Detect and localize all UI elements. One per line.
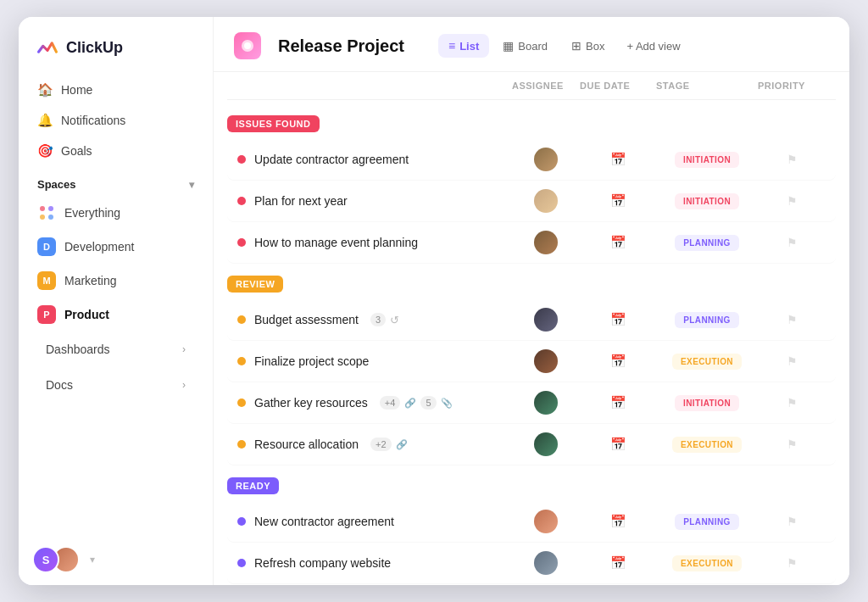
avatar (534, 148, 558, 171)
table-row[interactable]: How to manage event planning 📅 PLANNING … (227, 222, 836, 264)
table-row[interactable]: Refresh company website 📅 EXECUTION ⚑ (227, 543, 836, 584)
due-date-cell: 📅 (580, 152, 656, 167)
svg-point-0 (40, 206, 45, 211)
priority-icon: ⚑ (787, 438, 798, 451)
badge-issues-found: ISSUES FOUND (227, 115, 320, 132)
tab-board[interactable]: ▦ Board (492, 34, 558, 58)
refresh-icon: ↺ (390, 314, 399, 326)
sidebar-item-notifications[interactable]: 🔔 Notifications (27, 105, 204, 136)
task-meta: +2 🔗 (370, 438, 408, 451)
sidebar-item-everything-label: Everything (64, 206, 120, 220)
spaces-chevron-icon: ▾ (189, 179, 194, 191)
stage-badge: INITIATION (675, 395, 739, 411)
dot-yellow-icon (237, 440, 246, 449)
col-priority: PRIORITY (758, 81, 826, 91)
task-table: ASSIGNEE DUE DATE STAGE PRIORITY ISSUES … (214, 72, 849, 585)
tab-box[interactable]: ⊞ Box (561, 34, 615, 58)
spaces-header[interactable]: Spaces ▾ (19, 166, 213, 196)
col-duedate: DUE DATE (580, 81, 656, 91)
sidebar-item-product[interactable]: P Product (27, 298, 204, 331)
stage-badge: PLANNING (675, 312, 738, 328)
meta-count: 3 (370, 313, 386, 326)
sidebar-item-goals-label: Goals (61, 144, 92, 158)
task-name-cell: Gather key resources +4 🔗 5 📎 (237, 396, 512, 410)
table-row[interactable]: Finalize project scope 📅 EXECUTION ⚑ (227, 341, 836, 382)
task-name: Refresh company website (254, 556, 391, 570)
dot-purple-icon (237, 559, 246, 567)
stage-cell: INITIATION (656, 193, 758, 209)
priority-cell: ⚑ (758, 515, 826, 528)
tab-list[interactable]: ≡ List (438, 34, 489, 58)
everything-icon (37, 203, 56, 222)
add-view-button[interactable]: + Add view (618, 35, 688, 58)
avatar (534, 551, 558, 575)
paperclip2-icon: 📎 (441, 398, 453, 409)
sidebar-item-marketing-label: Marketing (64, 274, 116, 287)
priority-cell: ⚑ (758, 396, 826, 410)
table-header: ASSIGNEE DUE DATE STAGE PRIORITY (227, 72, 836, 100)
box-icon: ⊞ (571, 39, 581, 53)
dot-red-icon (237, 155, 246, 164)
avatar (534, 308, 558, 332)
stage-cell: PLANNING (656, 514, 758, 530)
meta-count: +4 (380, 396, 401, 410)
section-issues-found: ISSUES FOUND (227, 103, 836, 139)
priority-icon: ⚑ (787, 515, 798, 528)
assignee-cell (512, 349, 580, 373)
task-name: Update contractor agreement (254, 153, 409, 166)
task-name-cell: Finalize project scope (237, 354, 512, 368)
project-icon (234, 32, 261, 59)
task-name-cell: New contractor agreement (237, 515, 512, 528)
sidebar-item-everything[interactable]: Everything (27, 197, 204, 229)
priority-cell: ⚑ (758, 153, 826, 166)
sidebar-item-goals[interactable]: 🎯 Goals (27, 136, 204, 166)
due-date-cell: 📅 (580, 514, 656, 529)
table-row[interactable]: Resource allocation +2 🔗 📅 EXECUTION ⚑ (227, 424, 836, 465)
table-row[interactable]: Gather key resources +4 🔗 5 📎 📅 INITIATI… (227, 382, 836, 424)
calendar-icon: 📅 (610, 354, 626, 369)
sidebar-item-notifications-label: Notifications (61, 114, 125, 127)
main-content: Release Project ≡ List ▦ Board ⊞ Box + A… (214, 17, 849, 585)
priority-icon: ⚑ (787, 236, 798, 249)
priority-cell: ⚑ (758, 236, 826, 249)
user-avatars[interactable]: S (32, 546, 80, 573)
avatar (534, 231, 558, 254)
app-container: ClickUp 🏠 Home 🔔 Notifications 🎯 Goals S… (19, 17, 849, 585)
svg-point-1 (48, 206, 53, 211)
task-name-cell: Update contractor agreement (237, 153, 512, 166)
sidebar-item-home[interactable]: 🏠 Home (27, 75, 204, 105)
avatar-chevron-icon: ▾ (90, 554, 95, 566)
due-date-cell: 📅 (580, 312, 656, 327)
table-row[interactable]: Update key objectives 5 📎 📅 EXECUTION ⚑ (227, 584, 836, 585)
dot-red-icon (237, 238, 246, 247)
sidebar-item-development[interactable]: D Development (27, 231, 204, 263)
calendar-icon: 📅 (610, 395, 626, 410)
sidebar-item-docs[interactable]: Docs › (27, 368, 204, 402)
table-row[interactable]: Update contractor agreement 📅 INITIATION… (227, 139, 836, 181)
sidebar-item-marketing[interactable]: M Marketing (27, 265, 204, 297)
stage-cell: PLANNING (656, 312, 758, 328)
task-name: New contractor agreement (254, 515, 394, 528)
goals-icon: 🎯 (37, 143, 53, 159)
list-icon: ≡ (448, 39, 455, 53)
stage-cell: INITIATION (656, 395, 758, 411)
table-row[interactable]: Plan for next year 📅 INITIATION ⚑ (227, 181, 836, 222)
logo[interactable]: ClickUp (19, 17, 213, 75)
calendar-icon: 📅 (610, 514, 626, 529)
sidebar-item-dashboards[interactable]: Dashboards › (27, 332, 204, 366)
table-row[interactable]: Budget assessment 3 ↺ 📅 PLANNING ⚑ (227, 299, 836, 341)
project-title: Release Project (278, 36, 404, 56)
priority-icon: ⚑ (787, 194, 798, 208)
stage-badge: INITIATION (675, 152, 739, 168)
avatar (534, 349, 558, 373)
due-date-cell: 📅 (580, 555, 656, 571)
due-date-cell: 📅 (580, 193, 656, 209)
assignee-cell (512, 551, 580, 575)
sidebar-bottom: S ▾ (19, 534, 213, 585)
docs-chevron-icon: › (182, 379, 186, 391)
docs-label: Docs (46, 378, 73, 392)
col-assignee: ASSIGNEE (512, 81, 580, 91)
table-row[interactable]: New contractor agreement 📅 PLANNING ⚑ (227, 501, 836, 543)
section-review: REVIEW (227, 264, 836, 299)
calendar-icon: 📅 (610, 193, 626, 209)
